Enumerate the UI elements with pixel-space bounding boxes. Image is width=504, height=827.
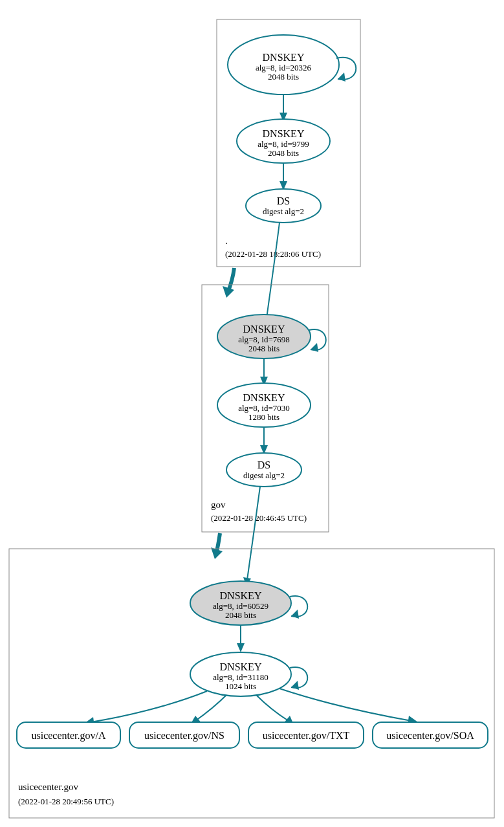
- svg-text:DNSKEY: DNSKEY: [263, 52, 305, 63]
- edge-uc-ns: [195, 695, 226, 721]
- svg-text:alg=8, id=60529: alg=8, id=60529: [213, 601, 268, 611]
- zone-ts-gov: (2022-01-28 20:46:45 UTC): [211, 513, 307, 523]
- svg-text:2048 bits: 2048 bits: [268, 148, 299, 158]
- node-gov-ksk: DNSKEY alg=8, id=7698 2048 bits: [217, 314, 311, 358]
- edge-uc-a: [91, 691, 207, 722]
- svg-text:DNSKEY: DNSKEY: [263, 128, 305, 139]
- svg-text:alg=8, id=31180: alg=8, id=31180: [213, 672, 268, 682]
- svg-text:DNSKEY: DNSKEY: [220, 590, 262, 601]
- svg-text:alg=8, id=20326: alg=8, id=20326: [256, 63, 312, 72]
- svg-text:1024 bits: 1024 bits: [225, 681, 256, 691]
- svg-text:DS: DS: [277, 195, 290, 206]
- svg-text:DS: DS: [257, 459, 270, 470]
- svg-text:usicecenter.gov/NS: usicecenter.gov/NS: [144, 730, 225, 742]
- zone-label-root: .: [225, 236, 228, 246]
- node-gov-ds: DS digest alg=2: [226, 453, 301, 487]
- svg-text:usicecenter.gov/A: usicecenter.gov/A: [31, 730, 106, 742]
- edge-uc-ksk-self-arrow: [291, 610, 299, 619]
- edge-uc-soa: [279, 689, 411, 721]
- edge-uc-txt: [256, 695, 289, 721]
- svg-text:alg=8, id=7030: alg=8, id=7030: [238, 403, 290, 413]
- edge-gov-ksk-self-arrow: [311, 343, 318, 352]
- svg-text:alg=8, id=7698: alg=8, id=7698: [238, 335, 290, 344]
- svg-text:DNSKEY: DNSKEY: [243, 392, 285, 403]
- node-rr-soa: usicecenter.gov/SOA: [373, 722, 488, 748]
- dnssec-diagram: DNSKEY alg=8, id=20326 2048 bits DNSKEY …: [0, 0, 504, 827]
- svg-text:1280 bits: 1280 bits: [248, 412, 279, 422]
- edge-root-ksk-self-arrow: [338, 72, 345, 82]
- edge-root-ds-gov-ksk: [267, 223, 279, 318]
- svg-text:digest alg=2: digest alg=2: [243, 470, 285, 480]
- node-root-zsk: DNSKEY alg=8, id=9799 2048 bits: [237, 119, 330, 163]
- node-root-ds: DS digest alg=2: [246, 189, 321, 223]
- zone-label-uc: usicecenter.gov: [18, 782, 78, 792]
- svg-text:usicecenter.gov/SOA: usicecenter.gov/SOA: [386, 730, 474, 742]
- edge-uc-zsk-self: [290, 667, 307, 688]
- node-gov-zsk: DNSKEY alg=8, id=7030 1280 bits: [217, 383, 311, 427]
- node-rr-ns: usicecenter.gov/NS: [129, 722, 239, 748]
- zone-ts-uc: (2022-01-28 20:49:56 UTC): [18, 797, 114, 806]
- edge-root-ksk-self: [336, 58, 356, 80]
- node-root-ksk: DNSKEY alg=8, id=20326 2048 bits: [228, 35, 339, 94]
- svg-text:2048 bits: 2048 bits: [248, 344, 279, 353]
- edge-uc-ksk-self: [290, 596, 307, 617]
- edge-gov-ds-uc-ksk: [247, 487, 260, 580]
- zone-ts-root: (2022-01-28 18:28:06 UTC): [225, 249, 321, 259]
- node-rr-a: usicecenter.gov/A: [17, 722, 120, 748]
- edge-uc-ksk-zsk-arrow: [237, 643, 245, 652]
- svg-text:digest alg=2: digest alg=2: [263, 206, 304, 216]
- svg-text:2048 bits: 2048 bits: [225, 610, 256, 620]
- node-uc-zsk: DNSKEY alg=8, id=31180 1024 bits: [190, 652, 291, 696]
- svg-text:alg=8, id=9799: alg=8, id=9799: [257, 139, 309, 149]
- svg-text:DNSKEY: DNSKEY: [243, 324, 285, 335]
- svg-text:2048 bits: 2048 bits: [268, 72, 299, 82]
- node-rr-txt: usicecenter.gov/TXT: [248, 722, 364, 748]
- svg-text:DNSKEY: DNSKEY: [220, 661, 262, 672]
- edge-uc-zsk-self-arrow: [291, 681, 299, 690]
- node-uc-ksk: DNSKEY alg=8, id=60529 2048 bits: [190, 581, 291, 625]
- svg-text:usicecenter.gov/TXT: usicecenter.gov/TXT: [263, 730, 350, 742]
- zone-label-gov: gov: [211, 500, 226, 510]
